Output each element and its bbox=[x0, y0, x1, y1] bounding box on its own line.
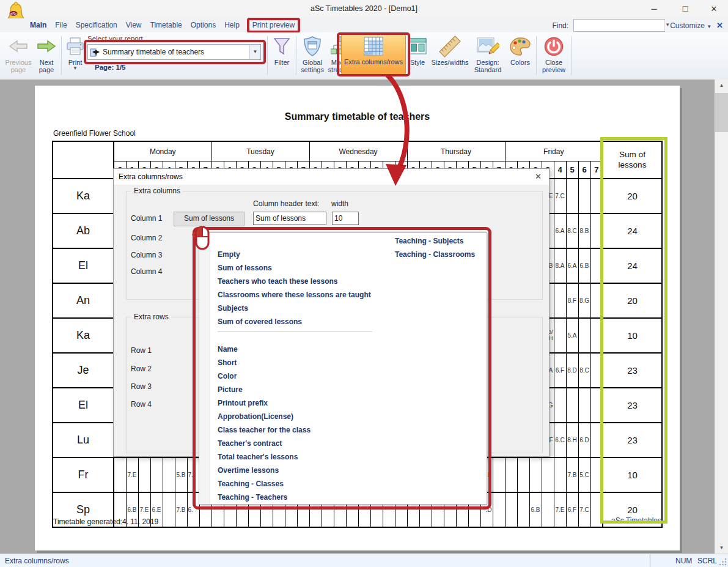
num-lock-indicator: NUM bbox=[675, 557, 692, 565]
table-corner-cell bbox=[53, 141, 114, 179]
find-combobox[interactable]: ▼ bbox=[573, 19, 665, 32]
close-preview-button[interactable]: Close preview bbox=[538, 34, 570, 73]
teacher-name: Lu bbox=[53, 423, 114, 458]
dialog-close-icon[interactable]: ✕ bbox=[535, 172, 542, 181]
lesson-cell bbox=[554, 458, 566, 492]
report-value: Summary timetable of teachers bbox=[100, 48, 249, 56]
lesson-cell: 6.B bbox=[578, 248, 590, 283]
lesson-cell: 8.F bbox=[566, 283, 578, 318]
teacher-name: Ka bbox=[53, 179, 114, 213]
lesson-cell bbox=[505, 458, 517, 492]
teacher-name: Je bbox=[53, 353, 114, 388]
lesson-cell: 7.E bbox=[126, 458, 138, 492]
close-button[interactable]: ✕ bbox=[700, 0, 728, 18]
customize-button[interactable]: Customize ▼ bbox=[670, 21, 711, 30]
scroll-up-icon[interactable]: ▲ bbox=[715, 80, 728, 91]
report-icon bbox=[90, 47, 100, 57]
status-message: Extra columns/rows bbox=[5, 557, 69, 565]
menu-item-file[interactable]: File bbox=[55, 20, 67, 31]
teacher-name: Ab bbox=[53, 213, 114, 248]
report-combobox[interactable]: Summary timetable of teachers ▼ bbox=[87, 44, 261, 60]
lesson-cell bbox=[566, 388, 578, 423]
column-header-text-input[interactable] bbox=[253, 212, 326, 225]
filter-button[interactable]: Filter bbox=[269, 34, 295, 66]
lesson-cell: 8.D bbox=[566, 353, 578, 388]
lesson-cell: 7.C bbox=[554, 179, 566, 213]
report-dropdown-icon[interactable]: ▼ bbox=[249, 45, 260, 59]
lesson-cell: 8.C bbox=[566, 213, 578, 248]
minimize-button[interactable]: ─ bbox=[640, 0, 668, 18]
lesson-cell bbox=[578, 179, 590, 213]
lesson-cell bbox=[554, 283, 566, 318]
column-1-label: Column 1 bbox=[131, 214, 162, 223]
lesson-cell bbox=[517, 492, 529, 527]
school-name: Greenfield Flower School bbox=[53, 129, 136, 138]
layout-style-icon bbox=[407, 34, 428, 59]
menu-item-specification[interactable]: Specification bbox=[76, 20, 117, 31]
lesson-cell bbox=[578, 318, 590, 353]
design-button[interactable]: Design: Standard bbox=[470, 34, 506, 73]
grid-icon bbox=[362, 35, 384, 58]
toolbar-separator bbox=[267, 36, 268, 75]
previous-page-button[interactable]: Previous page bbox=[4, 34, 33, 73]
title-bar: aSc aSc Timetables 2020 - [Demo1] ─ □ ✕ bbox=[0, 0, 728, 18]
print-button[interactable]: Print ▼ bbox=[63, 34, 87, 71]
lesson-cell bbox=[150, 458, 163, 492]
popup-red-annotation-frame bbox=[193, 227, 491, 510]
printer-icon bbox=[65, 34, 86, 59]
lesson-cell bbox=[542, 492, 554, 527]
next-page-button[interactable]: Next page bbox=[33, 34, 60, 73]
find-label: Find: bbox=[552, 21, 568, 30]
mouse-click-icon bbox=[189, 224, 213, 254]
menu-item-main[interactable]: Main bbox=[30, 20, 46, 31]
colors-button[interactable]: Colors bbox=[506, 34, 535, 66]
select-report-label: Select your report bbox=[87, 35, 266, 42]
global-settings-button[interactable]: Global settings bbox=[298, 34, 327, 73]
shield-icon bbox=[302, 34, 323, 59]
width-input[interactable] bbox=[332, 212, 359, 225]
lesson-cell bbox=[554, 318, 566, 353]
toolbar-separator bbox=[536, 36, 537, 75]
vertical-scrollbar[interactable]: ▲ ▼ bbox=[715, 80, 728, 554]
lesson-cell bbox=[554, 388, 566, 423]
column-3-label: Column 3 bbox=[131, 251, 162, 259]
sizes-widths-button[interactable]: Sizes/widths bbox=[430, 34, 470, 66]
teacher-name: El bbox=[53, 388, 114, 423]
menu-item-view[interactable]: View bbox=[126, 20, 142, 31]
dialog-title: Extra columns/rows bbox=[119, 172, 183, 181]
menu-item-timetable[interactable]: Timetable bbox=[150, 20, 182, 31]
report-selector-group: Select your report Summary timetable of … bbox=[87, 34, 266, 71]
resize-grip[interactable] bbox=[719, 557, 727, 567]
menu-item-options[interactable]: Options bbox=[191, 20, 216, 31]
column-4-label: Column 4 bbox=[131, 267, 162, 276]
lesson-cell: 8.G bbox=[578, 283, 590, 318]
lesson-cell bbox=[493, 458, 505, 492]
extra-columns-rows-button[interactable]: Extra columns/rows bbox=[342, 34, 405, 75]
generated-timestamp: Timetable generated:4. 11. 2019 bbox=[53, 517, 158, 526]
find-dropdown-icon[interactable]: ▼ bbox=[664, 20, 670, 31]
page-indicator: Page: 1/5 bbox=[95, 64, 266, 71]
picture-pencil-icon bbox=[476, 34, 499, 59]
lesson-cell: 7.C bbox=[578, 492, 590, 527]
column-header-text-label: Column header text: bbox=[253, 199, 319, 208]
palette-icon bbox=[509, 34, 531, 59]
findbar-close-icon[interactable]: ✕ bbox=[716, 21, 723, 30]
lesson-cell bbox=[493, 492, 505, 527]
find-input[interactable] bbox=[574, 20, 664, 31]
chevron-down-icon: ▼ bbox=[73, 66, 78, 71]
lesson-cell bbox=[505, 492, 517, 527]
power-icon bbox=[543, 34, 565, 59]
maximize-button[interactable]: □ bbox=[671, 0, 699, 18]
scrollbar-thumb[interactable] bbox=[715, 93, 728, 132]
dialog-titlebar[interactable]: Extra columns/rows ✕ bbox=[114, 169, 549, 185]
teacher-name: Ka bbox=[53, 318, 114, 353]
lesson-cell: 8.H bbox=[566, 423, 578, 458]
menu-item-print-preview[interactable]: Print preview bbox=[248, 20, 299, 31]
lesson-cell bbox=[566, 179, 578, 213]
lesson-cell: 5.C bbox=[578, 458, 590, 492]
scroll-down-icon[interactable]: ▼ bbox=[715, 542, 728, 554]
report-title: Summary timetable of teachers bbox=[35, 111, 680, 122]
toolbar: Previous page Next page Print ▼ Select y… bbox=[0, 32, 728, 80]
menu-item-help[interactable]: Help bbox=[224, 20, 240, 31]
row-3-label: Row 3 bbox=[131, 382, 152, 391]
